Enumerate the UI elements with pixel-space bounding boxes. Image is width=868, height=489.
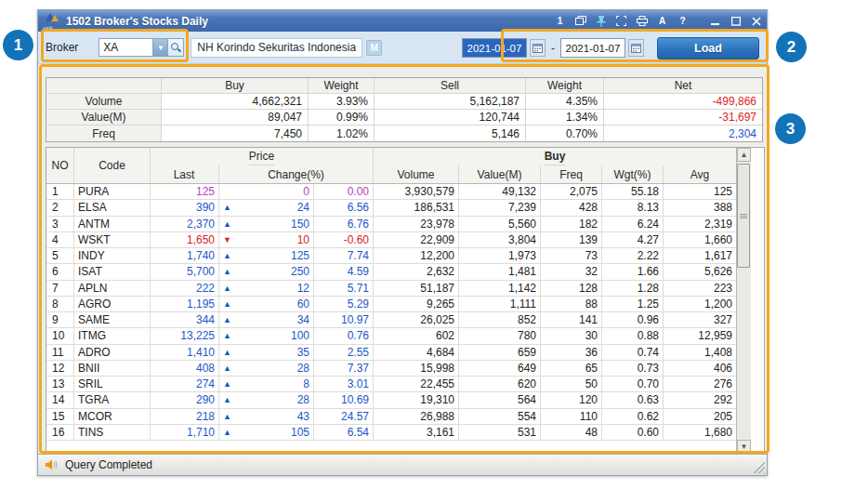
- table-row[interactable]: 15 MCOR 218 ▲ 43 24.57 26,988 554 110 0.…: [46, 409, 736, 425]
- table-row[interactable]: 1 PURA 125 0 0.00 3,930,579 49,132 2,075…: [46, 184, 736, 200]
- summary-buy-weight: 0.99%: [309, 110, 375, 125]
- table-row[interactable]: 5 INDY 1,740 ▲ 125 7.74 12,200 1,973 73 …: [46, 248, 736, 264]
- table-body: 1 PURA 125 0 0.00 3,930,579 49,132 2,075…: [46, 184, 736, 454]
- m-button[interactable]: M: [366, 40, 382, 56]
- cell-no: 10: [46, 328, 74, 343]
- summary-header-sell: Sell: [375, 78, 526, 93]
- help-icon[interactable]: ?: [677, 16, 689, 27]
- load-button[interactable]: Load: [657, 37, 759, 59]
- stocks-table-header: NO Code Price Last Change(%) Buy Volume: [46, 148, 736, 184]
- resize-grip[interactable]: [753, 461, 765, 473]
- cell-buy-volume: 15,998: [374, 361, 459, 376]
- maximize-icon[interactable]: [730, 16, 742, 27]
- cell-buy-avg: 1,617: [664, 248, 736, 263]
- minimize-icon[interactable]: [709, 16, 721, 27]
- cell-change-percent: 10.97: [314, 312, 374, 327]
- cell-last-price: 1,650: [151, 232, 219, 247]
- table-row[interactable]: 11 ADRO 1,410 ▲ 35 2.55 4,684 659 36 0.7…: [46, 345, 736, 361]
- cell-buy-volume: 2,632: [374, 264, 459, 279]
- table-row[interactable]: 2 ELSA 390 ▲ 24 6.56 186,531 7,239 428 8…: [46, 200, 736, 216]
- summary-net-value: -31,697: [604, 110, 762, 125]
- duplicate-window-icon[interactable]: [574, 16, 586, 27]
- table-row[interactable]: 4 WSKT 1,650 ▼ 10 -0.60 22,909 3,804 139…: [46, 232, 736, 248]
- cell-buy-freq: 428: [541, 200, 602, 215]
- cell-last-price: 1,195: [151, 297, 219, 311]
- cell-buy-freq: 141: [541, 312, 602, 327]
- cell-change-percent: 7.37: [314, 361, 374, 376]
- broker-search-button[interactable]: [168, 38, 184, 57]
- cell-buy-avg: 327: [664, 312, 736, 327]
- status-bar: Query Completed: [38, 454, 767, 475]
- cell-code: ISAT: [74, 264, 151, 279]
- cell-buy-volume: 602: [374, 328, 459, 343]
- cell-buy-wgt: 0.96: [602, 312, 664, 327]
- cell-last-price: 344: [151, 312, 219, 327]
- print-icon[interactable]: [636, 16, 648, 27]
- summary-buy-value: 7,450: [162, 126, 309, 141]
- cell-buy-wgt: 4.27: [602, 232, 664, 247]
- vertical-scrollbar[interactable]: ▲ ▼: [736, 148, 751, 454]
- summary-header-weight: Weight: [309, 78, 375, 93]
- cell-change: 0: [303, 185, 309, 198]
- pin-icon[interactable]: [595, 16, 607, 27]
- cell-buy-freq: 36: [541, 345, 602, 360]
- cell-buy-freq: 139: [541, 232, 602, 247]
- table-row[interactable]: 12 BNII 408 ▲ 28 7.37 15,998 649 65 0.73…: [46, 361, 736, 377]
- broker-label: Broker: [46, 41, 78, 54]
- cell-change: 105: [291, 426, 309, 439]
- cell-buy-volume: 3,930,579: [374, 184, 459, 199]
- date-range-separator: -: [549, 42, 557, 55]
- column-header-no: NO: [46, 148, 74, 183]
- date-from-input[interactable]: 2021-01-07: [462, 38, 527, 58]
- title-bar[interactable]: naik 1502 Broker's Stocks Daily 1 A ?: [38, 10, 767, 32]
- status-message: Query Completed: [65, 458, 152, 471]
- cell-change-percent: 5.71: [314, 281, 374, 296]
- broker-combobox[interactable]: XA ▼: [99, 38, 184, 57]
- cell-buy-avg: 2,319: [664, 217, 736, 231]
- table-row[interactable]: 8 AGRO 1,195 ▲ 60 5.29 9,265 1,111 88 1.…: [46, 297, 736, 312]
- change-arrow-icon: ▲: [223, 299, 231, 309]
- table-row[interactable]: 16 TINS 1,710 ▲ 105 6.54 3,161 531 48 0.…: [46, 425, 736, 441]
- cell-buy-value: 7,239: [459, 200, 541, 215]
- cell-change-percent: 10.69: [314, 392, 374, 407]
- chevron-down-icon[interactable]: ▼: [152, 38, 168, 57]
- cell-code: AGRO: [74, 297, 151, 311]
- scroll-up-icon[interactable]: ▲: [737, 148, 751, 162]
- column-header-avg: Avg: [664, 165, 736, 183]
- cell-no: 3: [46, 217, 74, 231]
- table-row[interactable]: 6 ISAT 5,700 ▲ 250 4.59 2,632 1,481 32 1…: [46, 264, 736, 280]
- table-row[interactable]: 3 ANTM 2,370 ▲ 150 6.76 23,978 5,560 182…: [46, 217, 736, 232]
- table-row[interactable]: 7 APLN 222 ▲ 12 5.71 51,187 1,142 128 1.…: [46, 281, 736, 297]
- summary-header-blank: [46, 78, 162, 93]
- summary-header-buy: Buy: [162, 78, 309, 93]
- table-row[interactable]: 9 SAME 344 ▲ 34 10.97 26,025 852 141 0.9…: [46, 312, 736, 328]
- table-row[interactable]: 14 TGRA 290 ▲ 28 10.69 19,310 564 120 0.…: [46, 392, 736, 408]
- cell-buy-avg: 205: [664, 409, 736, 424]
- calendar-icon[interactable]: [628, 39, 644, 57]
- cell-code: APLN: [74, 281, 151, 296]
- table-row[interactable]: 10 ITMG 13,225 ▲ 100 0.76 602 780 30 0.8…: [46, 328, 736, 344]
- calendar-icon[interactable]: [530, 39, 546, 57]
- cell-buy-value: 1,481: [459, 264, 541, 279]
- change-arrow-icon: ▼: [223, 235, 231, 244]
- summary-header-weight: Weight: [526, 78, 604, 93]
- scroll-down-icon[interactable]: ▼: [737, 440, 751, 454]
- cell-code: ELSA: [74, 200, 151, 215]
- cell-last-price: 13,225: [151, 328, 219, 343]
- broker-code-value[interactable]: XA: [99, 38, 152, 57]
- summary-buy-weight: 3.93%: [309, 94, 375, 109]
- cell-buy-wgt: 1.25: [602, 297, 664, 311]
- table-row[interactable]: 13 SRIL 274 ▲ 8 3.01 22,455 620 50 0.70 …: [46, 377, 736, 392]
- close-icon[interactable]: [750, 16, 762, 27]
- font-icon[interactable]: A: [656, 16, 668, 27]
- cell-change: 28: [297, 362, 309, 375]
- cell-buy-volume: 51,187: [374, 281, 459, 296]
- cell-no: 13: [46, 377, 74, 391]
- date-to-input[interactable]: 2021-01-07: [560, 38, 625, 58]
- vertical-scroll-thumb[interactable]: [737, 164, 750, 268]
- cell-change-percent: 6.54: [314, 425, 374, 440]
- cell-buy-wgt: 0.62: [602, 409, 664, 424]
- fullscreen-icon[interactable]: [615, 16, 627, 27]
- cell-code: PURA: [74, 184, 151, 199]
- column-header-last: Last: [151, 165, 219, 183]
